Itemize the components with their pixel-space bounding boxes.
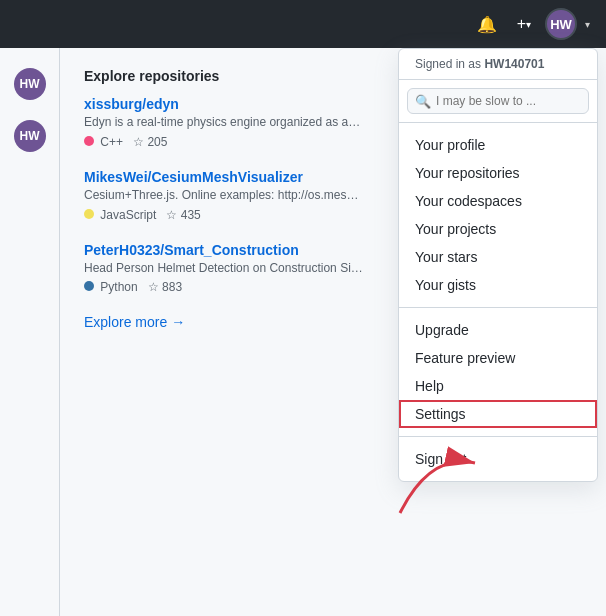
command-search-input[interactable] — [407, 88, 589, 114]
dropdown-item-help[interactable]: Help — [399, 372, 597, 400]
star-icon: ☆ — [133, 135, 144, 149]
user-dropdown-menu: Signed in as HW140701 🔍 Your profile You… — [398, 48, 598, 482]
sidebar-avatar-2[interactable]: HW — [14, 120, 46, 152]
notifications-button[interactable]: 🔔 — [471, 11, 503, 38]
repo-description: Edyn is a real-time physics engine organ… — [84, 114, 364, 131]
explore-more-link[interactable]: Explore more → — [84, 314, 185, 330]
repo-stars: ☆ 435 — [166, 208, 200, 222]
repo-language: C++ — [100, 135, 123, 149]
caret-icon: ▾ — [526, 19, 531, 30]
language-dot — [84, 136, 94, 146]
repo-stars: ☆ 205 — [133, 135, 167, 149]
repo-meta: JavaScript ☆ 435 — [84, 208, 364, 222]
repo-meta: Python ☆ 883 — [84, 280, 364, 294]
avatar-caret[interactable]: ▾ — [585, 19, 590, 30]
user-avatar-button[interactable]: HW — [545, 8, 577, 40]
dropdown-item-settings[interactable]: Settings — [399, 400, 597, 428]
navbar-right: 🔔 + ▾ HW ▾ — [471, 8, 590, 40]
repo-language: JavaScript — [100, 208, 156, 222]
star-icon: ☆ — [148, 280, 159, 294]
navbar: 🔔 + ▾ HW ▾ — [0, 0, 606, 48]
dropdown-item-your-profile[interactable]: Your profile — [399, 131, 597, 159]
star-icon: ☆ — [166, 208, 177, 222]
language-dot — [84, 281, 94, 291]
dropdown-item-your-stars[interactable]: Your stars — [399, 243, 597, 271]
dropdown-item-feature-preview[interactable]: Feature preview — [399, 344, 597, 372]
explore-repos-title: Explore repositories — [84, 68, 364, 84]
main-content: Explore repositories xissburg/edyn Edyn … — [60, 48, 388, 616]
dropdown-item-your-gists[interactable]: Your gists — [399, 271, 597, 299]
repo-item: PeterH0323/Smart_Construction Head Perso… — [84, 242, 364, 295]
repo-description: Cesium+Three.js. Online examples: http:/… — [84, 187, 364, 204]
repo-name-link[interactable]: xissburg/edyn — [84, 96, 179, 112]
dropdown-section-profile: Your profile Your repositories Your code… — [399, 123, 597, 308]
add-button[interactable]: + ▾ — [511, 11, 537, 37]
language-dot — [84, 209, 94, 219]
repo-item: xissburg/edyn Edyn is a real-time physic… — [84, 96, 364, 149]
arrow-indicator — [390, 443, 490, 526]
plus-icon: + — [517, 15, 526, 33]
bell-icon: 🔔 — [477, 15, 497, 34]
sidebar-avatar-1[interactable]: HW — [14, 68, 46, 100]
dropdown-item-your-repositories[interactable]: Your repositories — [399, 159, 597, 187]
repo-meta: C++ ☆ 205 — [84, 135, 364, 149]
repo-language: Python — [100, 280, 137, 294]
repo-description: Head Person Helmet Detection on Construc… — [84, 260, 364, 277]
dropdown-item-your-codespaces[interactable]: Your codespaces — [399, 187, 597, 215]
sidebar: HW HW — [0, 48, 60, 616]
repo-item: MikesWei/CesiumMeshVisualizer Cesium+Thr… — [84, 169, 364, 222]
repo-stars: ☆ 883 — [148, 280, 182, 294]
dropdown-item-upgrade[interactable]: Upgrade — [399, 316, 597, 344]
repo-name-link[interactable]: PeterH0323/Smart_Construction — [84, 242, 299, 258]
repo-name-link[interactable]: MikesWei/CesiumMeshVisualizer — [84, 169, 303, 185]
dropdown-search-area: 🔍 — [399, 80, 597, 123]
dropdown-section-tools: Upgrade Feature preview Help Settings — [399, 308, 597, 437]
dropdown-item-your-projects[interactable]: Your projects — [399, 215, 597, 243]
dropdown-signed-in: Signed in as HW140701 — [399, 49, 597, 80]
